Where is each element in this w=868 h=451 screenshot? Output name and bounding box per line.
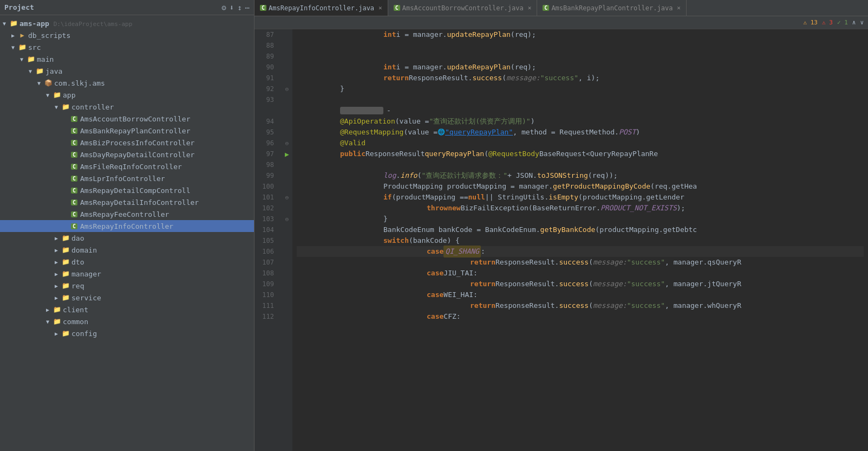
gutter-89 — [282, 51, 292, 62]
gutter-97[interactable]: ▶ — [282, 149, 292, 159]
gutter-98 — [282, 159, 292, 170]
code-line-101: if (productMapping == null || StringUtil… — [297, 192, 864, 203]
gutter-92[interactable]: ⊖ — [282, 83, 292, 94]
item-label: manager — [71, 270, 101, 278]
sidebar-item-root[interactable]: ▼ 📁 ams-app D:\ideaProject\ams-app — [0, 17, 254, 29]
tab-AmsRepayInfoController[interactable]: C AmsRepayInfoController.java ✕ — [254, 0, 388, 16]
sidebar-item-AmsAccountBorrowController[interactable]: C AmsAccountBorrowController — [0, 113, 254, 125]
sidebar-item-config[interactable]: ▶ 📁 config — [0, 327, 254, 339]
class-icon: C — [69, 198, 79, 206]
sidebar-item-AmsFileReqInfoController[interactable]: C AmsFileReqInfoController — [0, 160, 254, 172]
folder-icon: 📁 — [61, 294, 70, 301]
sidebar-item-client[interactable]: ▶ 📁 client — [0, 304, 254, 315]
code-line-106: case QI_SHANG : — [297, 246, 864, 257]
sidebar-item-AmsBankRepayPlanController[interactable]: C AmsBankRepayPlanController — [0, 125, 254, 137]
code-line-95: @RequestMapping (value = 🌐 "queryRepayPl… — [297, 127, 864, 138]
tab-class-icon: C — [260, 5, 266, 11]
item-label: AmsRepayInfoController — [80, 222, 173, 230]
sidebar-item-req[interactable]: ▶ 📁 req — [0, 280, 254, 292]
sidebar-item-AmsRepayInfoController[interactable]: C AmsRepayInfoController — [0, 220, 254, 232]
gutter-102 — [282, 203, 292, 214]
line-num-93: 93 — [254, 94, 277, 105]
sidebar-item-db_scripts[interactable]: ▶ ▶ db_scripts — [0, 29, 254, 41]
arrow-icon: ▶ — [52, 235, 61, 241]
arrow-icon: ▶ — [9, 33, 17, 38]
code-line-105: switch (bankCode) { — [297, 235, 864, 246]
sidebar-item-main[interactable]: ▼ 📁 main — [0, 53, 254, 65]
sidebar-item-AmsDayRepayDetailController[interactable]: C AmsDayRepayDetailController — [0, 149, 254, 160]
sidebar-item-src[interactable]: ▼ 📁 src — [0, 41, 254, 53]
line-num-98: 98 — [254, 159, 277, 170]
code-line-89 — [297, 51, 864, 62]
tab-close-button[interactable]: ✕ — [378, 4, 382, 11]
arrow-icon: ▼ — [35, 80, 43, 86]
sidebar-item-dto[interactable]: ▶ 📁 dto — [0, 256, 254, 268]
gutter-103[interactable]: ⊖ — [282, 214, 292, 224]
class-icon: C — [69, 163, 79, 170]
gutter-96[interactable]: ⊖ — [282, 138, 292, 149]
arrow-icon: ▼ — [43, 319, 52, 325]
gutter-105 — [282, 235, 292, 246]
gutter-107 — [282, 257, 292, 268]
sidebar-item-domain[interactable]: ▶ 📁 domain — [0, 244, 254, 256]
item-label: req — [71, 282, 84, 290]
line-num-91: 91 — [254, 73, 277, 83]
more-icon[interactable]: ⋯ — [245, 3, 250, 12]
code-line-87: int i = manager. updateRepayPlan (req); — [297, 29, 864, 40]
expand-icon[interactable]: ↕ — [237, 3, 242, 12]
nav-down-icon[interactable]: ∨ — [860, 19, 864, 26]
line-num-103: 103 — [254, 214, 277, 224]
tab-AmsBankRepayPlanController[interactable]: C AmsBankRepayPlanController.java ✕ — [537, 0, 687, 16]
tab-close-button[interactable]: ✕ — [528, 4, 532, 11]
sidebar-item-controller[interactable]: ▼ 📁 controller — [0, 101, 254, 113]
line-num-97: 97 — [254, 149, 277, 159]
gear-icon[interactable]: ⚙ — [221, 3, 226, 12]
sidebar-item-AmsRepayFeeController[interactable]: C AmsRepayFeeController — [0, 208, 254, 220]
folder-icon: 📁 — [61, 258, 70, 266]
line-num-108: 108 — [254, 268, 277, 279]
item-label: common — [63, 318, 88, 326]
gutter-112 — [282, 311, 292, 322]
java-folder-icon: 📁 — [35, 67, 44, 75]
sidebar-item-package[interactable]: ▼ 📦 com.slkj.ams — [0, 77, 254, 89]
download-icon[interactable]: ⬇ — [230, 3, 234, 12]
sidebar-header: Project ⚙ ⬇ ↕ ⋯ — [0, 0, 254, 15]
editor-status-bar: ⚠ 13 ⚠ 3 ✓ 1 ∧ ∨ — [254, 16, 868, 29]
code-content[interactable]: int i = manager. updateRepayPlan (req); … — [292, 29, 868, 451]
sidebar-item-AmsBizProcessInfoController[interactable]: C AmsBizProcessInfoController — [0, 137, 254, 149]
arrow-icon: ▶ — [43, 307, 52, 313]
sidebar-item-service[interactable]: ▶ 📁 service — [0, 292, 254, 304]
sidebar-item-manager[interactable]: ▶ 📁 manager — [0, 268, 254, 280]
sidebar-item-AmsRepayDetailInfoController[interactable]: C AmsRepayDetailInfoController — [0, 196, 254, 208]
item-label: dao — [71, 234, 84, 242]
sidebar-item-app[interactable]: ▼ 📁 app — [0, 89, 254, 101]
package-icon: 📦 — [43, 79, 53, 87]
item-label: AmsRepayDetailCompControll — [80, 186, 191, 195]
nav-up-icon[interactable]: ∧ — [852, 19, 856, 26]
tab-AmsAccountBorrowController[interactable]: C AmsAccountBorrowController.java ✕ — [388, 0, 538, 16]
code-container: 87 88 89 90 91 92 93 94 95 96 97 98 99 1… — [254, 29, 868, 451]
tab-close-button[interactable]: ✕ — [677, 4, 681, 11]
editor-area: C AmsRepayInfoController.java ✕ C AmsAcc… — [254, 0, 868, 451]
error-badge: ⚠ 3 — [822, 19, 833, 26]
sidebar-item-java[interactable]: ▼ 📁 java — [0, 65, 254, 77]
gutter-104 — [282, 224, 292, 235]
line-num-106: 106 — [254, 246, 277, 257]
folder-icon: 📁 — [61, 246, 70, 254]
item-label: dto — [71, 258, 84, 266]
sidebar-item-AmsLprInfoController[interactable]: C AmsLprInfoController — [0, 172, 254, 184]
sidebar-item-common[interactable]: ▼ 📁 common — [0, 315, 254, 327]
code-line-93 — [297, 94, 864, 105]
sidebar-item-AmsRepayDetailCompControll[interactable]: C AmsRepayDetailCompControll — [0, 184, 254, 196]
gutter-101[interactable]: ⊖ — [282, 192, 292, 203]
class-icon: C — [69, 222, 79, 230]
line-num-111: 111 — [254, 300, 277, 311]
item-label: AmsAccountBorrowController — [80, 115, 191, 123]
sidebar-item-dao[interactable]: ▶ 📁 dao — [0, 232, 254, 244]
folder-icon: 📁 — [61, 103, 70, 111]
sidebar-tree: ▼ 📁 ams-app D:\ideaProject\ams-app ▶ ▶ d… — [0, 15, 254, 451]
code-line-92: } — [297, 83, 864, 94]
line-num-100: 100 — [254, 181, 277, 192]
tab-label: AmsRepayInfoController.java — [269, 4, 374, 12]
arrow-icon: ▶ — [52, 271, 61, 277]
